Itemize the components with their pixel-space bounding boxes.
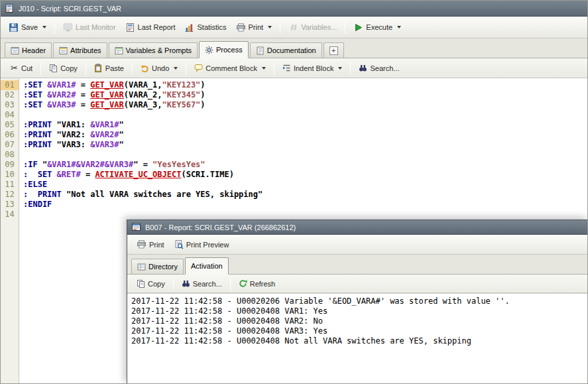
line-number: 10 — [1, 170, 19, 180]
line-number: 01 — [1, 80, 19, 90]
code-line[interactable]: :ENDIF — [23, 200, 587, 210]
main-toolbar: Save Last Monitor Last Report S — [1, 17, 587, 38]
line-number: 05 — [1, 120, 19, 130]
toolbar-separator — [274, 62, 274, 75]
binoculars-icon — [182, 279, 190, 288]
header-form-icon — [11, 46, 19, 55]
script-window-title: J010 - Script: SCRI.GEST_VAR — [19, 5, 121, 13]
report-window-titlebar[interactable]: B007 - Report: SCRI.GEST_VAR (266862612) — [127, 220, 588, 235]
cut-button[interactable]: ✂ Cut — [6, 62, 36, 74]
code-line[interactable]: :PRINT "VAR1: &VAR1#" — [23, 120, 587, 130]
attributes-form-icon — [59, 46, 68, 55]
tab-variables-prompts[interactable]: Variables & Prompts — [109, 42, 198, 58]
toolbar-separator — [132, 62, 133, 75]
undo-button[interactable]: Undo — [137, 62, 182, 74]
paste-icon — [94, 64, 103, 72]
save-dropdown-arrow[interactable] — [42, 26, 46, 29]
toolbar-separator — [280, 21, 280, 34]
indent-icon — [282, 64, 291, 72]
line-number: 08 — [1, 150, 19, 160]
copy-label: Copy — [60, 64, 78, 72]
tab-attributes[interactable]: Attributes — [53, 42, 107, 58]
script-window-titlebar[interactable]: J010 - Script: SCRI.GEST_VAR — [1, 1, 587, 17]
report-toolbar: Print Print Preview — [127, 235, 588, 255]
tab-process[interactable]: Process — [199, 41, 249, 58]
code-line[interactable]: : PRINT "Not all VARA switches are YES, … — [23, 190, 587, 200]
report-refresh-label: Refresh — [250, 280, 276, 288]
line-number: 02 — [1, 90, 19, 100]
tab-header[interactable]: Header — [5, 42, 52, 58]
last-report-label: Last Report — [138, 23, 176, 31]
tab-directory[interactable]: Directory — [131, 259, 184, 274]
print-dropdown-arrow[interactable] — [268, 26, 272, 29]
print-label: Print — [249, 23, 264, 31]
save-button[interactable]: Save — [5, 21, 50, 34]
code-line[interactable]: :SET &VAR2# = GET_VAR(VARA_2,"KEY345") — [23, 90, 587, 100]
refresh-icon — [239, 279, 247, 288]
tab-add[interactable]: + — [323, 42, 344, 58]
line-number-gutter: 0102030405060708091011121314 — [1, 78, 19, 383]
report-print-button[interactable]: Print — [133, 237, 168, 251]
execute-play-icon — [353, 23, 363, 32]
code-line[interactable] — [23, 210, 587, 220]
scissors-icon: ✂ — [10, 64, 19, 72]
tab-documentation[interactable]: Documentation — [250, 42, 322, 58]
report-copy-button[interactable]: Copy — [133, 277, 169, 290]
copy-button[interactable]: Copy — [45, 62, 82, 74]
log-line: 2017-11-22 11:42:58 - U00020206 Variable… — [131, 296, 584, 306]
report-print-preview-button[interactable]: Print Preview — [170, 237, 233, 251]
statistics-icon — [184, 23, 194, 32]
printer-icon — [137, 239, 147, 249]
execute-dropdown-arrow[interactable] — [397, 26, 401, 29]
comment-block-button[interactable]: Comment Block — [190, 62, 270, 74]
report-copy-label: Copy — [148, 280, 165, 288]
comment-block-dropdown-arrow[interactable] — [262, 67, 266, 70]
log-line: 2017-11-22 11:42:58 - U00020408 VAR1: Ye… — [131, 306, 584, 316]
paste-button[interactable]: Paste — [90, 62, 128, 74]
comment-bubble-icon — [194, 64, 203, 72]
indent-block-button[interactable]: Indent Block — [278, 62, 347, 74]
log-line: 2017-11-22 11:42:58 - U00020408 VAR3: Ye… — [131, 326, 584, 336]
code-line[interactable]: :SET &VAR1# = GET_VAR(VARA_1,"KEY123") — [23, 80, 587, 90]
code-line[interactable]: :PRINT "VAR2: &VAR2#" — [23, 130, 587, 140]
last-monitor-button[interactable]: Last Monitor — [59, 21, 120, 34]
report-window: B007 - Report: SCRI.GEST_VAR (266862612)… — [127, 220, 588, 384]
code-line[interactable]: : SET &RET# = ACTIVATE_UC_OBJECT(SCRI.TI… — [23, 170, 587, 180]
tab-variables-prompts-label: Variables & Prompts — [126, 46, 192, 54]
code-line[interactable]: :IF "&VAR1#&VAR2#&VAR3#" = "YesYesYes" — [23, 160, 587, 170]
toolbar-separator — [86, 62, 86, 75]
variables-icon: {0} — [288, 23, 298, 32]
tab-directory-label: Directory — [148, 263, 178, 271]
report-search-button[interactable]: Search... — [178, 277, 226, 290]
toolbar-separator — [40, 62, 41, 75]
code-line[interactable] — [23, 150, 587, 160]
search-button[interactable]: Search... — [355, 62, 403, 74]
indent-block-dropdown-arrow[interactable] — [338, 67, 342, 70]
report-print-label: Print — [149, 241, 164, 249]
variables-button[interactable]: {0} Variables... — [284, 21, 341, 34]
report-tabbar: Directory Activation — [127, 255, 588, 275]
process-gear-icon — [205, 46, 213, 54]
report-refresh-button[interactable]: Refresh — [235, 277, 280, 290]
code-line[interactable]: :PRINT "VAR3: &VAR3#" — [23, 140, 587, 150]
print-button[interactable]: Print — [232, 21, 276, 34]
undo-dropdown-arrow[interactable] — [174, 67, 178, 70]
tab-activation[interactable]: Activation — [185, 257, 229, 275]
statistics-button[interactable]: Statistics — [180, 21, 230, 34]
report-log[interactable]: 2017-11-22 11:42:58 - U00020206 Variable… — [127, 293, 588, 384]
documentation-icon — [256, 46, 265, 55]
line-number: 07 — [1, 140, 19, 150]
copy-icon — [49, 64, 58, 72]
code-line[interactable] — [23, 110, 587, 120]
tab-process-label: Process — [216, 46, 243, 54]
paste-label: Paste — [105, 64, 124, 72]
line-number: 03 — [1, 100, 19, 110]
monitor-icon — [63, 23, 73, 32]
code-line[interactable]: :ELSE — [23, 180, 587, 190]
save-icon — [9, 23, 19, 32]
last-report-button[interactable]: Last Report — [121, 21, 180, 34]
comment-block-label: Comment Block — [206, 64, 257, 72]
line-number: 06 — [1, 130, 19, 140]
code-line[interactable]: :SET &VAR3# = GET_VAR(VARA_3,"KEY567") — [23, 100, 587, 110]
execute-button[interactable]: Execute — [349, 21, 405, 34]
